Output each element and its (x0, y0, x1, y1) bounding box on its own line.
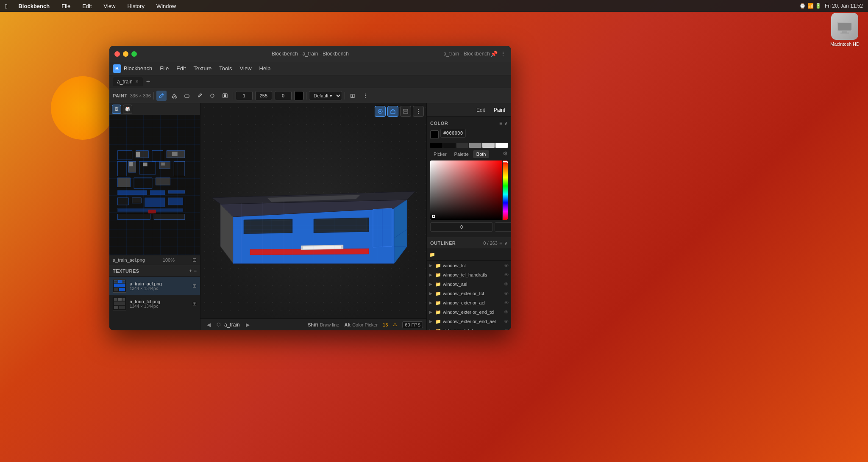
more-icon[interactable]: ⋮ (500, 50, 506, 57)
more-options-button[interactable]: ⋮ (413, 106, 424, 117)
color-fill-button[interactable] (220, 91, 230, 101)
svg-rect-86 (403, 109, 408, 111)
brush-size-input[interactable]: 1 (236, 91, 253, 100)
visibility-icon[interactable]: 👁 (504, 319, 509, 324)
palette-tab[interactable]: Palette (451, 150, 472, 158)
tab-add-button[interactable]: + (145, 78, 152, 86)
outliner-item-window-tcl[interactable]: ▶ 📁 window_tcl 👁 (427, 261, 511, 270)
visibility-icon[interactable]: 👁 (504, 263, 509, 268)
paint-tab[interactable]: Paint (491, 106, 508, 114)
swatch-white[interactable] (495, 143, 508, 148)
texture-ael-action-icon[interactable]: ⊞ (192, 283, 197, 289)
tab-a-train[interactable]: a_train ✕ (113, 77, 143, 86)
swatch-dark2[interactable] (456, 143, 469, 148)
texture-add-icon[interactable]: + (189, 268, 192, 274)
next-model-button[interactable]: ▶ (243, 320, 253, 329)
picker-tab[interactable]: Picker (430, 150, 450, 158)
edit-menu-item[interactable]: Edit (173, 64, 189, 73)
history-menu[interactable]: History (125, 2, 147, 10)
model-mode-button[interactable] (387, 106, 398, 117)
eraser-tool-button[interactable] (182, 91, 192, 101)
opacity-input[interactable]: 255 (255, 91, 272, 100)
hex-color-display[interactable]: #000000 (440, 129, 466, 138)
outliner-item-window-exterior-end-ael[interactable]: ▶ 📁 window_exterior_end_ael 👁 (427, 317, 511, 326)
outliner-item-window-exterior-ael[interactable]: ▶ 📁 window_exterior_ael 👁 (427, 298, 511, 307)
green-input[interactable]: 0 (495, 222, 511, 232)
svg-rect-46 (118, 298, 122, 301)
3d-viewport[interactable]: ⋮ ◀ ⬡ a_train ▶ Shift Draw line Alt (200, 103, 426, 330)
both-tab[interactable]: Both (473, 150, 490, 158)
file-menu-item[interactable]: File (156, 64, 172, 73)
visibility-icon[interactable]: 👁 (504, 282, 509, 287)
swatch-dark1[interactable] (443, 143, 456, 148)
outliner-item-window-tcl-handrails[interactable]: ▶ 📁 window_tcl_handrails 👁 (427, 270, 511, 279)
color-picker-gradient-area[interactable] (430, 160, 508, 220)
view-menu-item[interactable]: View (236, 64, 255, 73)
window-menu[interactable]: Window (154, 2, 178, 10)
visibility-icon[interactable]: 👁 (504, 310, 509, 315)
smear-tool-button[interactable] (207, 91, 217, 101)
swatch-gray[interactable] (469, 143, 481, 148)
outliner-item-window-ael[interactable]: ▶ 📁 window_ael 👁 (427, 279, 511, 289)
desktop-icon-macintosh-hd[interactable]: Macintosh HD (830, 13, 860, 47)
texture-expand-button[interactable]: ⊡ (192, 257, 197, 263)
paint-view-btn[interactable]: 🖼 (112, 105, 121, 114)
visibility-icon[interactable]: 👁 (504, 272, 509, 277)
color-swatch-button[interactable] (294, 91, 303, 100)
desktop-decoration (51, 76, 114, 140)
color-collapse-icon[interactable]: ∨ (504, 120, 508, 126)
swatch-light[interactable] (482, 143, 495, 148)
hardness-input[interactable]: 0 (275, 91, 292, 100)
minimize-button[interactable] (123, 51, 128, 57)
mode-dropdown[interactable]: Default ▾ (309, 91, 342, 100)
prev-model-button[interactable]: ◀ (204, 320, 213, 329)
tab-close-icon[interactable]: ✕ (135, 79, 139, 84)
svg-rect-3 (840, 33, 849, 33)
edit-menu[interactable]: Edit (80, 2, 94, 10)
color-settings-icon[interactable]: ⚙ (503, 150, 508, 158)
outliner-list[interactable]: ▶ 📁 window_tcl 👁 ▶ 📁 window_tcl_handrail… (427, 261, 511, 330)
texture-item-ael[interactable]: a_train_ael.png 1344 × 1344px ⊞ (109, 277, 200, 295)
hue-slider[interactable] (503, 160, 508, 220)
outliner-item-side-panel-tcl[interactable]: ▶ 📁 side_panel_tcl 👁 (427, 326, 511, 330)
grid-view-button[interactable]: ⊞ (348, 91, 358, 101)
layout-toggle-button[interactable] (400, 106, 411, 117)
outliner-item-window-exterior-tcl[interactable]: ▶ 📁 window_exterior_tcl 👁 (427, 289, 511, 298)
texture-tcl-action-icon[interactable]: ⊞ (192, 301, 197, 307)
window-extra-controls: 📌 ⋮ (490, 50, 506, 57)
texture-item-tcl[interactable]: a_train_tcl.png 1344 × 1344px ⊞ (109, 295, 200, 313)
texture-menu-item[interactable]: Texture (190, 64, 215, 73)
texture-more-icon[interactable]: ≡ (194, 268, 197, 274)
close-button[interactable] (114, 51, 120, 57)
visibility-icon[interactable]: 👁 (504, 291, 509, 296)
edit-tab[interactable]: Edit (474, 106, 488, 114)
app-name-menu[interactable]: Blockbench (16, 2, 52, 10)
visibility-icon[interactable]: 👁 (504, 300, 509, 305)
view-menu[interactable]: View (101, 2, 118, 10)
maximize-button[interactable] (131, 51, 137, 57)
help-menu-item[interactable]: Help (256, 64, 274, 73)
pin-icon[interactable]: 📌 (490, 50, 498, 57)
paint-mode-button[interactable] (375, 106, 386, 117)
svg-rect-13 (117, 161, 126, 176)
dropper-tool-button[interactable] (195, 91, 205, 101)
visibility-icon[interactable]: 👁 (504, 328, 509, 330)
tools-menu-item[interactable]: Tools (216, 64, 235, 73)
3d-view-btn[interactable]: 🎲 (123, 105, 132, 114)
swatch-black[interactable] (430, 143, 442, 148)
folder-icon: 📁 (435, 300, 441, 306)
outliner-menu-icon[interactable]: ≡ (499, 240, 502, 246)
pencil-tool-button[interactable] (156, 91, 167, 101)
outliner-item-window-exterior-end-tcl[interactable]: ▶ 📁 window_exterior_end_tcl 👁 (427, 307, 511, 317)
apple-menu[interactable]:  (5, 3, 7, 10)
current-color-preview[interactable] (430, 130, 439, 139)
hd-label: Macintosh HD (830, 41, 860, 47)
train-3d-svg (208, 136, 420, 297)
red-input[interactable]: 0 (430, 222, 493, 232)
file-menu[interactable]: File (59, 2, 73, 10)
fill-tool-button[interactable] (169, 91, 179, 101)
color-menu-icon[interactable]: ≡ (499, 120, 502, 126)
texture-atlas-canvas[interactable] (109, 115, 200, 255)
settings-button[interactable]: ⋮ (360, 91, 370, 101)
outliner-collapse-icon[interactable]: ∨ (504, 240, 508, 246)
